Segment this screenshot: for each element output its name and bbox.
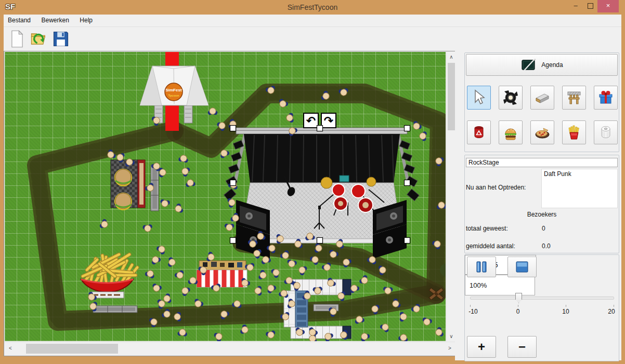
tool-trash-can[interactable] [467,120,491,144]
toilet-paper-icon [597,124,614,141]
rotate-ccw-button[interactable]: ↶ [304,113,318,128]
cursor-icon [471,89,487,106]
festival-map-canvas[interactable]: SimFest Tycoon [5,52,446,341]
tool-burger[interactable] [499,120,523,144]
tool-path-tile[interactable] [530,86,554,110]
title-bar: SF SimFestTycoon – × [0,0,625,15]
window-border-right [621,15,625,364]
selection-handle[interactable] [230,180,236,186]
stage-info-groupbox: Daft Punk Nu aan het Optreden: Bezoekers… [464,155,619,253]
tool-pizza[interactable] [530,120,554,144]
visitor-sprite [99,218,110,230]
visitor-sprite [180,166,190,178]
open-file-button[interactable] [30,30,48,48]
fries-stand[interactable] [81,254,137,298]
visitor-sprite [225,224,235,231]
burger-icon [502,124,519,141]
vertical-scroll-thumb[interactable] [448,63,455,130]
total-visitors-label: totaal geweest: [466,225,508,232]
visitor-sprite [185,179,196,187]
selection-handle[interactable] [230,126,236,131]
visitor-sprite [286,113,294,123]
total-visitors-value: 0 [542,225,545,232]
stage-name-input[interactable] [466,158,618,167]
visitor-sprite [270,267,281,279]
tool-scaffold[interactable] [562,86,586,110]
save-icon [51,30,70,48]
visitor-sprite [265,330,276,340]
pause-button[interactable] [467,257,496,277]
selection-handle[interactable] [230,238,236,244]
visitor-sprite [174,269,186,280]
visitor-sprite [265,282,277,294]
visitor-sprite [421,317,432,327]
average-visitors-value: 0.0 [542,242,551,250]
agenda-book-icon [520,58,536,72]
path-tile-icon [534,89,551,106]
gift-icon [597,89,614,106]
pause-icon [475,261,488,273]
slider-track[interactable] [470,296,614,300]
tool-cursor[interactable] [467,86,491,110]
visitor-sprite [400,312,407,321]
tool-spotlight[interactable] [499,86,523,110]
visitor-sprite [145,269,156,279]
toolbar [4,27,621,51]
now-performing-label: Nu aan het Optreden: [466,184,526,191]
visitor-sprite [398,333,409,341]
now-performing-value: Daft Punk [541,169,618,208]
svg-text:SimFest: SimFest [165,88,181,92]
tool-toilet-paper[interactable] [594,120,618,144]
tool-fries[interactable] [562,120,586,144]
new-file-icon [8,30,27,48]
minimize-button[interactable]: – [568,0,583,12]
horizontal-scroll-thumb[interactable] [26,344,118,354]
stop-button[interactable] [507,257,537,277]
horizontal-scrollbar[interactable]: < > [5,342,455,355]
menu-bewerken[interactable]: Bewerken [37,15,73,24]
rotate-cw-icon: ↷ [324,114,334,127]
visitor-sprite [177,329,188,336]
agenda-button[interactable]: Agenda [466,54,618,76]
visitor-sprite [150,254,162,265]
visitor-sprite [419,131,427,141]
visitor-sprite [188,277,198,284]
rotate-cw-button[interactable]: ↷ [321,113,336,128]
tool-gift[interactable] [594,86,618,110]
visitor-sprite [142,224,153,233]
selection-handle[interactable] [405,238,410,244]
menu-help[interactable]: Help [75,15,97,24]
agenda-label: Agenda [541,61,563,69]
new-file-button[interactable] [8,30,27,48]
selection-handle[interactable] [405,126,410,131]
average-visitors-label: gemiddeld aantal: [466,242,515,250]
selection-handle[interactable] [317,126,323,131]
maximize-button[interactable] [583,0,597,12]
visitor-sprite [358,274,370,286]
menu-bestand[interactable]: Bestand [4,15,35,24]
visitor-sprite [159,167,166,177]
visitor-sprite [168,257,176,267]
slider-thumb[interactable] [515,293,522,303]
bench-horizontal[interactable] [93,306,137,313]
visitor-sprite [173,203,184,214]
zoom-in-button[interactable]: + [467,336,496,358]
visitor-sprite [240,324,250,335]
stop-icon [515,261,529,273]
save-button[interactable] [51,30,70,48]
visitor-sprite [155,244,167,255]
maximize-icon [588,3,593,9]
scroll-left-arrow[interactable]: < [7,345,14,351]
slider-label-zero: 0 [516,308,520,315]
scroll-right-arrow[interactable]: > [446,345,453,351]
visitors-header: Bezoekers [465,211,619,218]
speed-slider[interactable]: -10 0 10 20 [470,292,614,313]
spotlight-icon [502,89,519,106]
burger-stand[interactable] [111,160,145,210]
selection-handle[interactable] [317,238,323,244]
selection-handle[interactable] [405,180,410,186]
visitor-sprite [287,259,297,268]
close-button[interactable]: × [597,0,619,12]
window-border-left [0,15,4,364]
zoom-out-button[interactable]: − [507,336,537,358]
